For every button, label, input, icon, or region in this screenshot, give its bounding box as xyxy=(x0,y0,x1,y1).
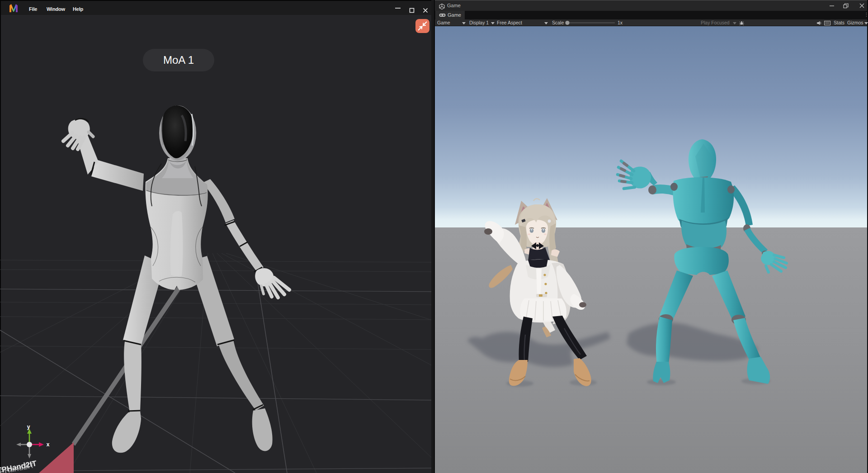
svg-text:y: y xyxy=(27,424,30,430)
svg-text:x: x xyxy=(47,441,50,448)
svg-text:MoA 1: MoA 1 xyxy=(163,54,194,66)
